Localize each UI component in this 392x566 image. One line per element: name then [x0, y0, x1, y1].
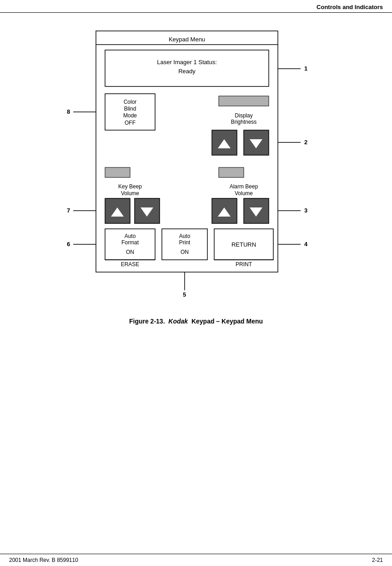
diagram-container: Keypad Menu Laser Imager 1 Status: Ready…	[55, 26, 337, 308]
callout-4: 4	[304, 241, 308, 248]
svg-rect-5	[105, 167, 130, 177]
color-blind-label: Color	[124, 99, 137, 105]
auto-format-label2: Format	[121, 239, 139, 246]
callout-5: 5	[183, 291, 186, 298]
callout-6: 6	[67, 241, 70, 248]
auto-format-label1: Auto	[125, 233, 136, 239]
page-header: Controls and Indicators	[0, 0, 392, 13]
key-beep-label1: Key Beep	[118, 183, 142, 190]
status-line2: Ready	[178, 68, 196, 75]
erase-label: ERASE	[121, 261, 140, 268]
footer-right: 2-21	[372, 557, 383, 563]
keypad-diagram: Keypad Menu Laser Imager 1 Status: Ready…	[55, 26, 337, 308]
callout-1: 1	[304, 65, 307, 72]
caption-prefix: Figure 2-13.	[129, 318, 165, 325]
page-footer: 2001 March Rev. B 8599110 2-21	[0, 554, 392, 566]
print-label: PRINT	[236, 261, 252, 268]
auto-print-state: ON	[181, 249, 189, 255]
alarm-beep-label2: Volume	[235, 190, 253, 197]
status-line1: Laser Imager 1 Status:	[157, 59, 217, 66]
display-brightness-label2: Brightness	[231, 119, 257, 125]
keypad-menu-title: Keypad Menu	[169, 36, 205, 43]
main-content: Keypad Menu Laser Imager 1 Status: Ready…	[0, 13, 392, 325]
svg-rect-6	[219, 167, 244, 177]
auto-print-label1: Auto	[179, 233, 191, 239]
display-brightness-label1: Display	[235, 112, 252, 119]
callout-3: 3	[304, 207, 307, 214]
color-blind-label4: OFF	[125, 120, 136, 126]
svg-rect-4	[219, 96, 269, 106]
key-beep-label2: Volume	[121, 190, 139, 197]
color-blind-label3: Mode	[123, 112, 137, 119]
callout-2: 2	[304, 139, 307, 146]
figure-caption: Figure 2-13. Kodak Keypad – Keypad Menu	[129, 318, 263, 325]
auto-format-state: ON	[126, 249, 134, 255]
auto-print-label2: Print	[179, 239, 191, 246]
callout-8: 8	[67, 108, 70, 115]
color-blind-label2: Blind	[124, 106, 136, 112]
footer-left: 2001 March Rev. B 8599110	[9, 557, 78, 563]
caption-brand: Kodak	[168, 318, 188, 325]
alarm-beep-label1: Alarm Beep	[230, 183, 258, 190]
callout-7: 7	[67, 207, 70, 214]
return-button-label[interactable]: RETURN	[231, 241, 256, 248]
caption-suffix: Keypad – Keypad Menu	[191, 318, 263, 325]
